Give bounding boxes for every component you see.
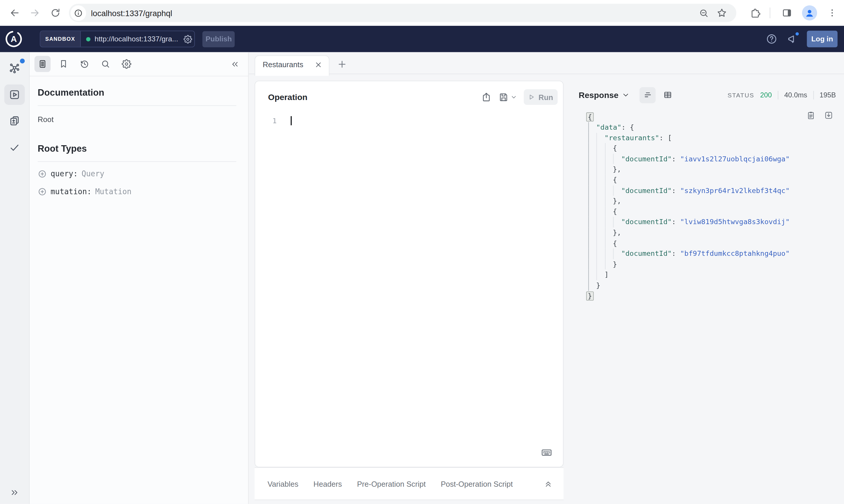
- address-bar[interactable]: localhost:1337/graphql: [69, 4, 737, 22]
- tab-post-operation-script[interactable]: Post-Operation Script: [441, 479, 513, 488]
- response-header: Response STATUS: [579, 87, 836, 103]
- apollo-logo-circle: [5, 31, 22, 47]
- operation-editor[interactable]: 1: [255, 116, 563, 125]
- profile-button[interactable]: [799, 3, 820, 23]
- notification-dot: [794, 31, 800, 36]
- extensions-button[interactable]: [745, 3, 765, 23]
- docs-collapse-button[interactable]: [230, 59, 239, 69]
- json-token: "iavv1s2l27uoblqcjai06wga": [680, 155, 790, 163]
- indent-guide: [605, 175, 605, 185]
- indent-guide: [605, 249, 605, 259]
- indent-guide: [605, 196, 605, 206]
- docs-root-label: Root: [38, 115, 236, 124]
- site-info-button[interactable]: [70, 5, 86, 20]
- indent-guide: [597, 154, 597, 164]
- copy-response-button[interactable]: [806, 111, 815, 120]
- operation-title: Operation: [268, 92, 308, 102]
- docs-tab-search[interactable]: [98, 56, 114, 72]
- bookmark-page-button[interactable]: [713, 4, 731, 22]
- publish-button[interactable]: Publish: [202, 31, 235, 47]
- chevron-down-icon: [622, 92, 629, 98]
- new-tab-button[interactable]: [337, 59, 347, 69]
- save-operation-button[interactable]: [498, 92, 517, 102]
- indent-guide: [613, 217, 614, 227]
- keyboard-shortcuts-button[interactable]: [541, 447, 552, 458]
- indent-guide: [588, 132, 588, 143]
- tab-headers[interactable]: Headers: [313, 479, 342, 488]
- table-view-button[interactable]: [659, 87, 675, 103]
- rail-schema-graph-button[interactable]: [4, 58, 25, 78]
- indent-guide: [605, 206, 605, 217]
- indent-guide: [588, 227, 588, 238]
- save-floppy-icon: [498, 92, 509, 102]
- chevron-down-icon: [511, 94, 517, 100]
- json-token: {: [613, 239, 617, 247]
- endpoint-url-field[interactable]: http://localhost:1337/gra...: [81, 31, 184, 47]
- json-line: {: [587, 143, 790, 154]
- run-button[interactable]: Run: [523, 89, 557, 105]
- arrow-left-icon: [9, 7, 20, 18]
- star-icon: [717, 7, 727, 18]
- response-title-dropdown[interactable]: Response: [579, 90, 629, 100]
- json-token: },: [613, 229, 621, 236]
- back-button[interactable]: [4, 3, 25, 23]
- type-name-link[interactable]: Query: [82, 169, 104, 178]
- docs-tab-saved[interactable]: [55, 56, 72, 72]
- docs-tab-settings[interactable]: [118, 56, 135, 72]
- announcements-button[interactable]: [787, 33, 797, 44]
- login-button[interactable]: Log in: [807, 31, 838, 47]
- endpoint-settings-button[interactable]: [184, 31, 194, 47]
- type-name-link[interactable]: Mutation: [95, 187, 132, 196]
- docs-tab-history[interactable]: [76, 56, 92, 72]
- chevrons-left-icon: [230, 59, 239, 69]
- play-square-icon: [8, 89, 20, 100]
- help-button[interactable]: [766, 33, 777, 44]
- rail-changes-button[interactable]: [4, 111, 25, 131]
- apollo-logo[interactable]: A: [5, 31, 22, 47]
- add-query-button[interactable]: [38, 169, 47, 178]
- root-type-query-row: query: Query: [38, 168, 236, 180]
- apollo-header: A SANDBOX http://localhost:1337/gra... P…: [0, 26, 844, 52]
- fold-bracket[interactable]: }: [586, 291, 593, 301]
- side-panel-button[interactable]: [777, 3, 797, 23]
- plus-circle-icon: [38, 187, 47, 196]
- tab-strip: Restaurants: [249, 52, 844, 74]
- fold-bracket[interactable]: {: [586, 112, 593, 121]
- browser-menu-button[interactable]: [822, 3, 843, 23]
- close-icon: [314, 60, 322, 68]
- status-label: STATUS: [727, 92, 754, 98]
- forward-button[interactable]: [25, 3, 45, 23]
- rail-explorer-button[interactable]: [4, 85, 25, 105]
- json-view-button[interactable]: [640, 87, 656, 103]
- nav-rail: [0, 52, 30, 504]
- json-token: "documentId": [621, 218, 672, 226]
- indent-guide: [605, 164, 605, 175]
- chevrons-right-icon: [10, 488, 19, 498]
- tab-pre-operation-script[interactable]: Pre-Operation Script: [357, 479, 426, 488]
- docs-tab-documentation[interactable]: [34, 56, 51, 72]
- share-operation-button[interactable]: [481, 92, 492, 102]
- tab-title: Restaurants: [262, 60, 313, 69]
- rail-expand-button[interactable]: [10, 488, 19, 498]
- reload-button[interactable]: [45, 3, 66, 23]
- add-mutation-button[interactable]: [38, 187, 47, 196]
- gear-icon: [184, 35, 192, 43]
- tab-variables[interactable]: Variables: [268, 479, 298, 488]
- indent-guide: [588, 164, 588, 175]
- expand-bottom-panel-button[interactable]: [544, 479, 553, 488]
- tab-close-button[interactable]: [313, 59, 324, 70]
- rail-checks-button[interactable]: [4, 137, 25, 158]
- tab-restaurants[interactable]: Restaurants: [255, 55, 329, 76]
- download-response-button[interactable]: [824, 111, 833, 120]
- divider: [778, 91, 778, 99]
- json-line: },: [587, 196, 790, 206]
- rail-notification-dot: [20, 59, 25, 64]
- json-token: : {: [621, 123, 634, 131]
- docs-root-types-title: Root Types: [38, 143, 236, 154]
- diff-documents-icon: [8, 115, 20, 127]
- zoom-page-button[interactable]: [694, 4, 712, 22]
- browser-chrome: localhost:1337/graphql: [0, 0, 844, 26]
- indent-guide: [605, 143, 605, 154]
- indent-guide: [597, 196, 597, 206]
- response-title: Response: [579, 90, 618, 100]
